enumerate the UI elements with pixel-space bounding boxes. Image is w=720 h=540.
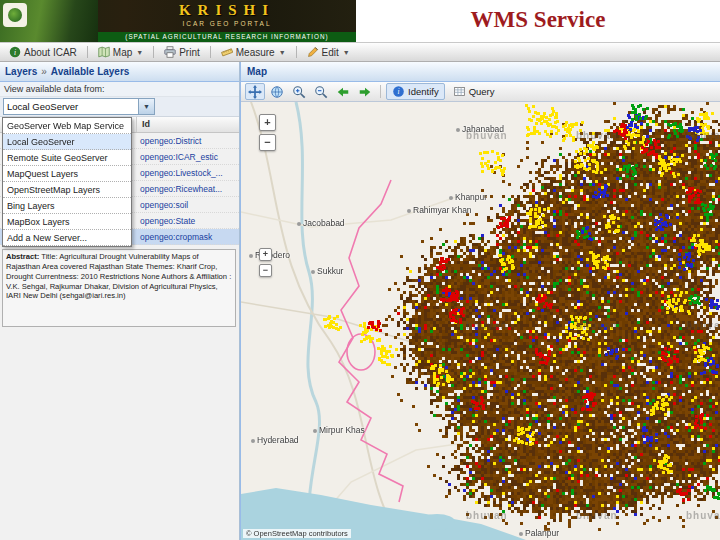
zoom-in-tool-button[interactable] bbox=[289, 83, 309, 100]
print-button[interactable]: Print bbox=[158, 44, 206, 60]
map-toolbar: i Identify Query bbox=[241, 82, 720, 102]
next-extent-button[interactable] bbox=[355, 83, 375, 100]
server-option[interactable]: MapBox Layers bbox=[3, 214, 131, 230]
bhuvan-watermark: bhuvan bbox=[576, 320, 618, 331]
zoom-out-control[interactable]: − bbox=[259, 264, 272, 277]
brand-subtitle: ICAR GEO PORTAL bbox=[98, 20, 356, 27]
toolbar-separator bbox=[153, 46, 154, 58]
bhuvan-watermark: bhuvan bbox=[686, 130, 720, 141]
zoom-control: + − bbox=[259, 114, 276, 151]
globe-icon bbox=[270, 85, 284, 99]
pan-tool-button[interactable] bbox=[245, 83, 265, 100]
layers-panel-header: Layers » Available Layers bbox=[0, 62, 239, 82]
zoom-out-icon bbox=[314, 85, 328, 99]
place-marker-icon bbox=[249, 254, 253, 258]
tab-available-layers[interactable]: Available Layers bbox=[51, 66, 130, 77]
identify-button[interactable]: i Identify bbox=[386, 83, 445, 100]
measure-label: Measure bbox=[236, 47, 275, 58]
place-label: Palanpur bbox=[519, 528, 559, 538]
map-icon bbox=[98, 46, 110, 58]
pencil-icon bbox=[307, 46, 319, 58]
measure-menu-button[interactable]: Measure ▼ bbox=[215, 44, 292, 60]
column-header-id[interactable]: Id bbox=[136, 117, 239, 132]
breadcrumb-separator: » bbox=[41, 66, 47, 77]
place-marker-icon bbox=[297, 222, 301, 226]
about-icar-button[interactable]: i About ICAR bbox=[3, 44, 83, 60]
place-label: Rahimyar Khan bbox=[407, 205, 472, 215]
toolbar-separator bbox=[87, 46, 88, 58]
server-option[interactable]: GeoServer Web Map Service bbox=[3, 118, 131, 134]
icar-logo-icon bbox=[3, 3, 27, 27]
place-marker-icon bbox=[519, 532, 523, 536]
toolbar-separator bbox=[380, 85, 381, 98]
identify-info-icon: i bbox=[392, 85, 405, 98]
server-select[interactable]: Local GeoServer ▼ bbox=[3, 98, 155, 115]
source-combo-row: Local GeoServer ▼ bbox=[0, 97, 239, 117]
map-panel: Map i Identify bbox=[240, 62, 720, 540]
query-table-icon bbox=[453, 85, 466, 98]
map-panel-header: Map bbox=[241, 62, 720, 82]
main-toolbar: i About ICAR Map ▼ Print Measure ▼ Edit … bbox=[0, 42, 720, 62]
toolbar-separator bbox=[210, 46, 211, 58]
place-marker-icon bbox=[311, 270, 315, 274]
about-icar-label: About ICAR bbox=[24, 47, 77, 58]
toolbar-separator bbox=[296, 46, 297, 58]
place-label: Khanpur bbox=[449, 192, 487, 202]
server-option[interactable]: MapQuest Layers bbox=[3, 166, 131, 182]
chevron-down-icon: ▼ bbox=[279, 49, 286, 56]
place-label: Mirpur Khas bbox=[313, 425, 365, 435]
place-marker-icon bbox=[456, 128, 460, 132]
abstract-panel: Abstract: Title: Agricultural Drought Vu… bbox=[2, 249, 236, 327]
max-extent-button[interactable] bbox=[267, 83, 287, 100]
print-label: Print bbox=[179, 47, 200, 58]
bhuvan-watermark: bhuvan bbox=[466, 130, 508, 141]
server-option[interactable]: Bing Layers bbox=[3, 198, 131, 214]
arrow-right-icon bbox=[358, 85, 372, 99]
place-marker-icon bbox=[407, 209, 411, 213]
zoom-in-control[interactable]: + bbox=[259, 114, 276, 131]
map-menu-button[interactable]: Map ▼ bbox=[92, 44, 149, 60]
map-viewport[interactable]: JahanabadKhanpurRahimyar KhanJacobabadRa… bbox=[241, 102, 720, 540]
ruler-icon bbox=[221, 46, 233, 58]
bhuvan-watermark: bhuvan bbox=[466, 320, 508, 331]
abstract-text: Title: Agricultural Drought Vulnerabilit… bbox=[6, 252, 231, 300]
app-header: KRISHI ICAR GEO PORTAL (SPATIAL AGRICULT… bbox=[0, 0, 720, 42]
bhuvan-watermark: bhuvan bbox=[576, 130, 618, 141]
page-title: WMS Service bbox=[356, 0, 720, 42]
zoom-in-icon bbox=[292, 85, 306, 99]
identify-label: Identify bbox=[408, 86, 439, 97]
previous-extent-button[interactable] bbox=[333, 83, 353, 100]
edit-menu-button[interactable]: Edit ▼ bbox=[301, 44, 356, 60]
zoom-in-control[interactable]: + bbox=[259, 248, 272, 261]
place-label: Sukkur bbox=[311, 266, 343, 276]
layers-panel: Layers » Available Layers View available… bbox=[0, 62, 240, 540]
chevron-down-icon: ▼ bbox=[343, 49, 350, 56]
bhuvan-watermark: bhuvan bbox=[686, 320, 720, 331]
printer-icon bbox=[164, 46, 176, 58]
edit-label: Edit bbox=[322, 47, 339, 58]
svg-text:i: i bbox=[397, 87, 399, 96]
server-option[interactable]: Add a New Server... bbox=[3, 230, 131, 246]
query-label: Query bbox=[469, 86, 495, 97]
brand-photo bbox=[0, 0, 98, 42]
map-attribution[interactable]: © OpenStreetMap contributors bbox=[243, 529, 351, 538]
place-label: Jacobabad bbox=[297, 218, 345, 228]
server-option[interactable]: OpenStreetMap Layers bbox=[3, 182, 131, 198]
pan-icon bbox=[248, 85, 262, 99]
server-select-value: Local GeoServer bbox=[4, 101, 138, 112]
brand-banner: KRISHI ICAR GEO PORTAL (SPATIAL AGRICULT… bbox=[0, 0, 356, 42]
place-marker-icon bbox=[313, 429, 317, 433]
tab-layers[interactable]: Layers bbox=[5, 66, 37, 77]
zoom-out-control[interactable]: − bbox=[259, 134, 276, 151]
zoom-out-tool-button[interactable] bbox=[311, 83, 331, 100]
server-option[interactable]: Remote Suite GeoServer bbox=[3, 150, 131, 166]
svg-text:i: i bbox=[14, 48, 16, 57]
wms-service-window: KRISHI ICAR GEO PORTAL (SPATIAL AGRICULT… bbox=[0, 0, 720, 540]
server-dropdown-list: GeoServer Web Map ServiceLocal GeoServer… bbox=[2, 117, 132, 247]
chevron-down-icon: ▼ bbox=[136, 49, 143, 56]
server-option[interactable]: Local GeoServer bbox=[3, 134, 131, 150]
brand-title: KRISHI bbox=[98, 2, 356, 19]
query-button[interactable]: Query bbox=[447, 83, 501, 100]
source-label: View available data from: bbox=[0, 82, 239, 97]
combo-dropdown-button[interactable]: ▼ bbox=[138, 99, 154, 114]
